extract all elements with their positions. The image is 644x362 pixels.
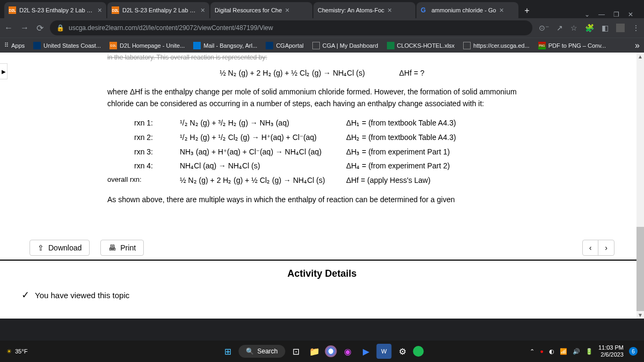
tray-icon[interactable]: ● — [540, 348, 544, 354]
download-icon: ⇪ — [38, 243, 44, 252]
reaction-table: rxn 1: ¹/₂ N₂ (g) + ³/₂ H₂ (g) → NH₃ (aq… — [134, 116, 537, 187]
minimize-icon[interactable]: — — [598, 11, 605, 18]
rxn-equation: ¹/₂ H₂ (g) + ¹/₂ Cl₂ (g) → H⁺(aq) + Cl⁻(… — [180, 130, 346, 145]
button-label: Print — [120, 243, 136, 252]
close-icon[interactable]: ✕ — [628, 11, 633, 18]
rxn-label: rxn 3: — [134, 145, 180, 159]
browser-tab[interactable]: Digital Resources for Che × — [210, 2, 312, 18]
bookmark-item[interactable]: D2LD2L Homepage - Unite... — [109, 42, 185, 49]
document-viewer[interactable]: in the laboratory. This overall reaction… — [0, 53, 644, 235]
chevron-down-icon[interactable]: ⌄ — [584, 11, 590, 18]
bookmark-item[interactable]: https://cer.uscga.ed... — [463, 42, 530, 49]
bookmark-item[interactable]: CLOCKS-HOTEL.xlsx — [387, 42, 455, 49]
close-icon[interactable]: × — [499, 6, 503, 14]
wifi-icon[interactable]: 📶 — [560, 348, 567, 355]
forward-button[interactable]: → — [20, 23, 29, 33]
address-bar[interactable]: 🔒 uscga.desire2learn.com/d2l/le/content/… — [50, 20, 532, 35]
restore-icon[interactable]: ◧ — [602, 24, 609, 32]
bookmarks-overflow[interactable]: » — [635, 41, 640, 50]
word-icon[interactable]: W — [377, 344, 392, 359]
main-equation: ½ N₂ (g) + 2 H₂ (g) + ½ Cl₂ (g) → NH₄Cl … — [107, 67, 537, 79]
spotify-icon[interactable] — [413, 346, 424, 357]
volume-icon[interactable]: 🔊 — [573, 348, 580, 355]
close-icon[interactable]: × — [98, 6, 102, 14]
browser-tab[interactable]: D2L D2L S-23 Enthalpy 2 Lab Pack × — [4, 2, 106, 18]
download-button[interactable]: ⇪ Download — [30, 240, 90, 256]
share-icon[interactable]: ↗ — [557, 24, 563, 32]
bookmark-item[interactable]: CGA | My Dashboard — [312, 42, 378, 49]
rxn-enthalpy: ΔH₁ = (from textbook Table A4.3) — [346, 116, 456, 130]
viewed-text: You have viewed this topic — [35, 291, 129, 300]
date-text: 2/6/2023 — [598, 351, 624, 358]
scroll-up-arrow[interactable]: ▲ — [636, 53, 644, 60]
maximize-icon[interactable]: ❐ — [613, 11, 619, 18]
bookmark-item[interactable]: United States Coast... — [33, 42, 101, 49]
app-icon[interactable]: ◉ — [340, 344, 355, 359]
bookmark-apps[interactable]: ⠿Apps — [4, 42, 25, 49]
weather-icon: ☀ — [6, 348, 12, 355]
tray-icon[interactable]: ◐ — [549, 348, 554, 355]
menu-icon[interactable]: ⋮ — [632, 24, 640, 32]
tab-title: D2L S-23 Enthalpy 2 Lab Pack — [19, 7, 94, 13]
bookmark-label: Mail - Bangsoy, Arl... — [203, 42, 257, 49]
tab-favicon: D2L — [112, 6, 119, 14]
rxn-label: rxn 4: — [134, 159, 180, 173]
page-content: ▶ in the laboratory. This overall reacti… — [0, 53, 644, 319]
extension-icon[interactable]: 🧩 — [585, 24, 594, 32]
close-icon[interactable]: × — [285, 6, 289, 14]
rxn-equation: ½ N₂ (g) + 2 H₂ (g) + ½ Cl₂ (g) → NH₄Cl … — [180, 173, 346, 188]
task-view-icon[interactable]: ⊡ — [289, 344, 304, 359]
bookmark-label: Apps — [11, 42, 25, 49]
bookmark-label: United States Coast... — [43, 42, 101, 49]
prev-button[interactable]: ‹ — [583, 240, 599, 255]
start-button[interactable]: ⊞ — [220, 344, 235, 359]
app-icon[interactable]: ▶ — [358, 344, 374, 359]
last-visited: Last Visited Feb 6, 2023 10:31 PM — [0, 305, 644, 319]
scroll-down-arrow[interactable]: ▼ — [636, 311, 644, 319]
activity-details-header: Activity Details — [0, 261, 644, 285]
bookmark-label: D2L Homepage - Unite... — [120, 42, 185, 49]
translate-icon[interactable]: ⊙⁻ — [539, 24, 549, 32]
rxn-label: rxn 2: — [134, 130, 180, 145]
browser-tab[interactable]: D2L D2L S-23 Enthalpy 2 Lab Proc × — [107, 2, 209, 18]
scroll-thumb[interactable] — [636, 227, 644, 311]
clock[interactable]: 11:03 PM 2/6/2023 — [598, 344, 624, 358]
close-icon[interactable]: × — [387, 6, 392, 14]
print-button[interactable]: 🖶 Print — [100, 240, 144, 256]
sidebar-collapse-handle[interactable]: ▶ — [0, 63, 8, 79]
weather-widget[interactable]: ☀ 35°F — [0, 348, 34, 355]
bookmark-item[interactable]: CGAportal — [266, 42, 303, 49]
reload-button[interactable]: ⟳ — [36, 23, 43, 33]
pager: ‹ › — [582, 240, 614, 256]
browser-tab[interactable]: G ammonium chloride - Go × — [416, 2, 518, 18]
windows-taskbar: ☀ 35°F ⊞ 🔍 Search ⊡ 📁 ◉ ▶ W ⚙ ⌃ ● ◐ 📶 🔊 … — [0, 341, 644, 362]
search-icon: 🔍 — [246, 348, 254, 355]
chrome-icon[interactable] — [325, 345, 337, 357]
notification-badge[interactable]: 6 — [629, 347, 638, 356]
explorer-icon[interactable]: 📁 — [307, 344, 322, 359]
bookmark-item[interactable]: Mail - Bangsoy, Arl... — [193, 42, 257, 49]
search-box[interactable]: 🔍 Search — [238, 345, 285, 358]
battery-icon[interactable]: 🔋 — [586, 348, 593, 355]
tray-expand-icon[interactable]: ⌃ — [530, 348, 535, 355]
settings-icon[interactable]: ⚙ — [395, 344, 410, 359]
rxn-label: rxn 1: — [134, 116, 180, 130]
next-button[interactable]: › — [598, 240, 614, 255]
viewed-status: ✓ You have viewed this topic — [0, 285, 644, 305]
print-icon: 🖶 — [108, 243, 116, 252]
tab-favicon: G — [421, 6, 428, 14]
back-button[interactable]: ← — [4, 23, 13, 33]
browser-tab[interactable]: Chemistry: An Atoms-Foc × — [313, 2, 415, 18]
new-tab-button[interactable]: + — [519, 3, 535, 18]
extension-icon[interactable] — [616, 24, 625, 32]
delta-h-value: ΔHf = ? — [399, 69, 425, 77]
close-icon[interactable]: × — [201, 6, 205, 14]
window-controls: ⌄ — ❐ ✕ — [578, 11, 640, 18]
bookmark-icon[interactable]: ☆ — [570, 24, 577, 32]
tab-title: Chemistry: An Atoms-Foc — [318, 7, 384, 13]
bookmark-label: CGA | My Dashboard — [323, 42, 378, 49]
bookmark-item[interactable]: PNGPDF to PNG – Conv... — [538, 42, 606, 49]
reaction-row: rxn 1: ¹/₂ N₂ (g) + ³/₂ H₂ (g) → NH₃ (aq… — [134, 116, 537, 130]
scroll-track[interactable] — [636, 227, 644, 311]
clipped-text: in the laboratory. This overall reaction… — [107, 53, 537, 63]
